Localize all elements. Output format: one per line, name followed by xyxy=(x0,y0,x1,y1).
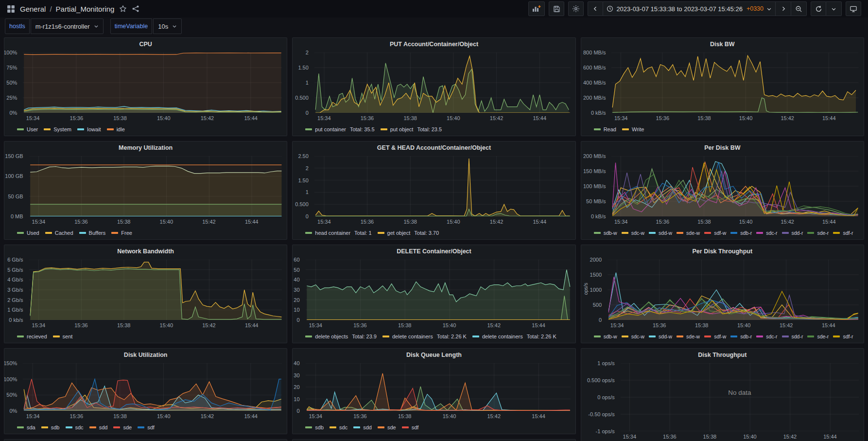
legend-item[interactable]: head containerTotal: 1 xyxy=(305,230,371,236)
legend-item[interactable]: sde-r xyxy=(807,334,829,339)
y-tick-label: 20 xyxy=(294,384,299,390)
legend-item[interactable]: idle xyxy=(107,126,125,132)
panel-title[interactable]: Network Bandwidth xyxy=(4,245,287,258)
legend-item[interactable]: sdb xyxy=(41,424,60,430)
legend-swatch-icon xyxy=(677,232,683,234)
legend-series-name: sde xyxy=(123,424,132,430)
legend-item[interactable]: sdd-w xyxy=(649,230,672,236)
legend-item[interactable]: sdb-r xyxy=(730,334,752,339)
time-range-button[interactable]: 2023-03-07 15:33:38 to 2023-03-07 15:45:… xyxy=(603,1,776,16)
x-tick-label: 15:36 xyxy=(653,322,666,328)
panel-title[interactable]: Per Disk Throughput xyxy=(581,245,864,258)
dashboard-settings-button[interactable] xyxy=(568,1,584,16)
legend-item[interactable]: sdc-w xyxy=(622,334,644,339)
panel-title[interactable]: Disk Queue Length xyxy=(293,349,575,361)
legend-item[interactable]: Read xyxy=(594,126,616,132)
add-panel-button[interactable] xyxy=(528,1,545,16)
panel-title[interactable]: CPU xyxy=(4,38,287,51)
legend-item[interactable]: Cached xyxy=(45,230,73,236)
legend-item[interactable]: delete objectsTotal: 23.9 xyxy=(305,334,377,339)
refresh-interval-dropdown[interactable] xyxy=(826,1,842,16)
variable-value-dropdown[interactable]: m-r1z1s6-controller xyxy=(31,18,104,34)
panel-title[interactable]: Disk Utilization xyxy=(4,349,287,361)
chart-canvas[interactable] xyxy=(611,53,859,113)
breadcrumb-dashboard[interactable]: Partial_Monitoring xyxy=(56,5,115,13)
legend-item[interactable]: sdb-w xyxy=(594,334,617,339)
legend-item[interactable]: put containerTotal: 35.5 xyxy=(305,126,374,132)
panel-title[interactable]: Disk BW xyxy=(581,38,864,51)
legend-item[interactable]: Used xyxy=(17,230,39,236)
chart-canvas[interactable] xyxy=(608,260,859,320)
legend-item[interactable]: sdd xyxy=(353,424,372,430)
legend-item[interactable]: sde-r xyxy=(807,230,829,236)
refresh-button[interactable] xyxy=(811,1,826,16)
save-dashboard-button[interactable] xyxy=(549,1,564,16)
kiosk-mode-button[interactable] xyxy=(846,1,861,16)
legend-item[interactable]: sda xyxy=(17,424,35,430)
legend-item[interactable]: sdb xyxy=(305,424,324,430)
share-icon[interactable] xyxy=(132,5,139,13)
legend-item[interactable]: sdf xyxy=(138,424,155,430)
y-tick-label: 800 MB/s xyxy=(583,50,606,55)
legend-item[interactable]: sdc-r xyxy=(756,230,777,236)
legend-item[interactable]: sdf-r xyxy=(833,230,853,236)
chart-canvas[interactable]: No data xyxy=(621,363,859,431)
legend-item[interactable]: sde xyxy=(113,424,132,430)
legend-item[interactable]: sdf-w xyxy=(704,334,726,339)
legend-item[interactable]: sdc xyxy=(330,424,347,430)
variable-value-dropdown[interactable]: 10s xyxy=(153,18,182,34)
panel-title[interactable]: GET & HEAD Account/Container/Object xyxy=(293,141,575,154)
legend-item[interactable]: put objectTotal: 23.5 xyxy=(381,126,442,132)
time-range-back-button[interactable] xyxy=(588,1,603,16)
legend-swatch-icon xyxy=(730,335,737,337)
chart-canvas[interactable] xyxy=(306,260,571,320)
legend-item[interactable]: Write xyxy=(622,126,644,132)
chart-canvas[interactable] xyxy=(314,53,571,113)
legend-item[interactable]: sdf-r xyxy=(833,334,853,339)
chart-canvas[interactable] xyxy=(29,260,282,320)
legend-item[interactable]: recieved xyxy=(17,334,47,339)
chart-canvas[interactable] xyxy=(611,156,859,216)
legend-item[interactable]: Buffers xyxy=(79,230,106,236)
legend-item[interactable]: sdc-w xyxy=(622,230,644,236)
legend-item[interactable]: sdd-r xyxy=(782,334,803,339)
panel-title[interactable]: Disk Throughput xyxy=(581,349,864,361)
zoom-out-time-button[interactable] xyxy=(791,1,807,16)
legend-item[interactable]: Iowait xyxy=(77,126,101,132)
chart-canvas[interactable] xyxy=(23,53,282,113)
legend-series-name: Used xyxy=(27,230,39,236)
legend-item[interactable]: sdb-w xyxy=(594,230,617,236)
panel-title[interactable]: Memory Utilization xyxy=(4,141,287,154)
chart-canvas[interactable] xyxy=(29,156,282,216)
legend-item[interactable]: sdd-w xyxy=(649,334,672,339)
legend-item[interactable]: sdf xyxy=(402,424,419,430)
apps-grid-icon[interactable] xyxy=(7,5,15,13)
chart-canvas[interactable] xyxy=(306,363,571,411)
panel-title[interactable]: DELETE Container/Object xyxy=(293,245,575,258)
panel-title[interactable]: Per Disk BW xyxy=(581,141,864,154)
legend-item[interactable]: delete containersTotal: 2.26 K xyxy=(382,334,467,339)
legend-item[interactable]: sdd-r xyxy=(782,230,803,236)
legend-item[interactable]: delete containersTotal: 2.26 K xyxy=(472,334,556,339)
star-icon[interactable] xyxy=(119,5,127,13)
legend-item[interactable]: sde-w xyxy=(677,230,700,236)
legend-item[interactable]: sent xyxy=(53,334,73,339)
breadcrumb-folder[interactable]: General xyxy=(20,5,46,13)
legend-series-total: Total: 1 xyxy=(354,230,371,236)
legend-item[interactable]: sde-w xyxy=(677,334,700,339)
panel-title[interactable]: PUT Account/Container/Object xyxy=(293,38,575,51)
legend-item[interactable]: System xyxy=(44,126,71,132)
legend-item[interactable]: Free xyxy=(111,230,132,236)
legend-item[interactable]: sde xyxy=(378,424,396,430)
legend-item[interactable]: get objectTotal: 3.70 xyxy=(378,230,439,236)
chart-canvas[interactable] xyxy=(23,363,282,411)
legend-item[interactable]: User xyxy=(17,126,38,132)
legend-item[interactable]: sdf-w xyxy=(704,230,726,236)
x-tick-label: 15:36 xyxy=(656,115,670,121)
legend-item[interactable]: sdc-r xyxy=(756,334,777,339)
chart-canvas[interactable] xyxy=(314,156,571,216)
legend-item[interactable]: sdd xyxy=(89,424,108,430)
legend-item[interactable]: sdb-r xyxy=(730,230,752,236)
time-range-forward-button[interactable] xyxy=(776,1,791,16)
legend-item[interactable]: sdc xyxy=(66,424,84,430)
